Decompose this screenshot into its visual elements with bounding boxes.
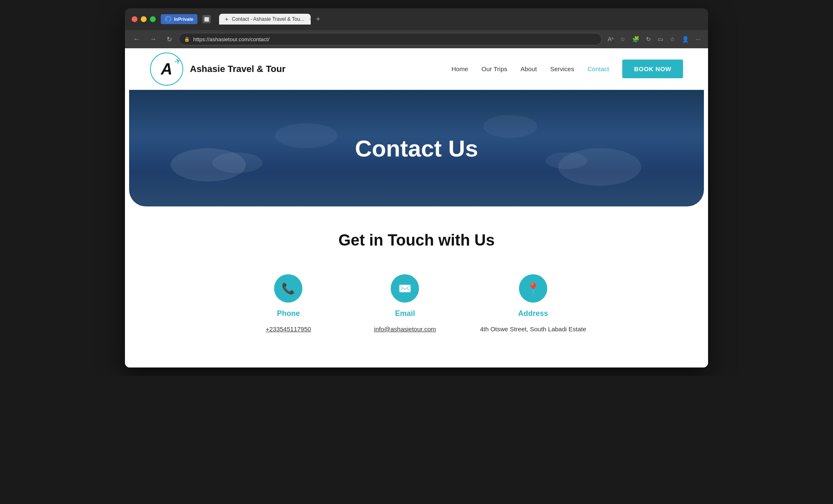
browser-toolbar: ← → ↻ 🔒 https://ashasietour.com/contact/… — [125, 30, 708, 48]
browser-icon-symbol: ⬜ — [204, 17, 209, 22]
site-name: Ashasie Travel & Tour — [190, 64, 285, 74]
email-icon-circle: ✉️ — [391, 274, 419, 303]
favorites-icon[interactable]: ☆ — [667, 34, 678, 44]
fullscreen-button[interactable] — [150, 16, 156, 22]
logo-circle: A ✈ — [150, 52, 183, 86]
toolbar-actions: Aᵃ ☆ 🧩 ↻ ▭ ☆ 👤 ··· — [605, 34, 703, 44]
phone-label: Phone — [277, 309, 300, 318]
active-tab[interactable]: ✈ Contact - Ashasie Travel & Tou... × — [219, 14, 311, 25]
plane-icon: ✈ — [173, 56, 182, 66]
inprivate-label: InPrivate — [174, 17, 193, 22]
logo-area[interactable]: A ✈ Ashasie Travel & Tour — [150, 52, 285, 86]
address-icon-circle: 📍 — [519, 274, 547, 303]
email-label: Email — [395, 309, 415, 318]
site-nav: Home Our Trips About Services Contact BO… — [451, 60, 683, 78]
reader-mode-icon[interactable]: Aᵃ — [605, 34, 616, 44]
nav-about[interactable]: About — [521, 65, 537, 72]
cloud-decoration — [212, 152, 262, 173]
sync-icon[interactable]: ↻ — [643, 34, 653, 44]
address-label: Address — [518, 309, 548, 318]
site-header: A ✈ Ashasie Travel & Tour Home Our Trips… — [125, 48, 708, 90]
nav-home[interactable]: Home — [451, 65, 468, 72]
contact-section: Get in Touch with Us 📞 Phone +2335451179… — [125, 206, 708, 367]
refresh-button[interactable]: ↻ — [163, 34, 175, 45]
nav-services[interactable]: Services — [550, 65, 574, 72]
extension-icon[interactable]: 🧩 — [630, 34, 642, 44]
address-bar[interactable]: 🔒 https://ashasietour.com/contact/ — [179, 33, 602, 45]
back-button[interactable]: ← — [130, 34, 143, 45]
book-now-button[interactable]: BOOK NOW — [622, 60, 683, 78]
nav-contact[interactable]: Contact — [587, 65, 609, 72]
website-content: A ✈ Ashasie Travel & Tour Home Our Trips… — [125, 48, 708, 367]
address-card: 📍 Address 4th Otswe Street, South Labadi… — [480, 274, 586, 334]
tab-title: Contact - Ashasie Travel & Tou... — [232, 16, 304, 22]
browser-window: 👤 InPrivate ⬜ ✈ Contact - Ashasie Travel… — [125, 8, 708, 367]
forward-button[interactable]: → — [147, 34, 160, 45]
titlebar: 👤 InPrivate ⬜ ✈ Contact - Ashasie Travel… — [125, 8, 708, 30]
email-value[interactable]: info@ashasietour.com — [374, 325, 436, 334]
tab-bar: ✈ Contact - Ashasie Travel & Tou... × + — [219, 14, 701, 25]
close-button[interactable] — [132, 16, 137, 22]
contact-cards: 📞 Phone +233545117950 ✉️ Email info@asha… — [142, 274, 691, 334]
phone-value[interactable]: +233545117950 — [266, 325, 311, 334]
browser-icon: ⬜ — [202, 15, 211, 23]
cloud-decoration — [483, 115, 537, 138]
location-icon: 📍 — [526, 282, 540, 295]
star-icon[interactable]: ☆ — [618, 34, 628, 44]
email-card: ✉️ Email info@ashasietour.com — [363, 274, 446, 334]
logo-letter: A — [161, 61, 172, 77]
cloud-decoration — [546, 152, 587, 169]
cloud-decoration — [275, 123, 337, 148]
profile-icon[interactable]: 👤 — [679, 34, 691, 44]
inprivate-badge: 👤 InPrivate — [161, 14, 197, 24]
new-tab-button[interactable]: + — [312, 15, 324, 24]
phone-card: 📞 Phone +233545117950 — [247, 274, 330, 334]
hero-title: Contact Us — [355, 135, 478, 162]
address-value: 4th Otswe Street, South Labadi Estate — [480, 325, 586, 334]
phone-icon-circle: 📞 — [274, 274, 302, 303]
email-icon: ✉️ — [398, 282, 412, 295]
menu-icon[interactable]: ··· — [693, 34, 703, 44]
traffic-lights — [132, 16, 156, 22]
tab-favicon: ✈ — [225, 16, 228, 22]
nav-our-trips[interactable]: Our Trips — [481, 65, 507, 72]
tab-close-button[interactable]: × — [309, 17, 311, 22]
inprivate-icon: 👤 — [165, 16, 172, 22]
url-text: https://ashasietour.com/contact/ — [193, 36, 269, 42]
lock-icon: 🔒 — [184, 37, 190, 42]
split-view-icon[interactable]: ▭ — [655, 34, 666, 44]
minimize-button[interactable] — [141, 16, 147, 22]
section-heading: Get in Touch with Us — [142, 231, 691, 249]
hero-banner: Contact Us — [129, 90, 704, 206]
phone-icon: 📞 — [282, 282, 295, 295]
